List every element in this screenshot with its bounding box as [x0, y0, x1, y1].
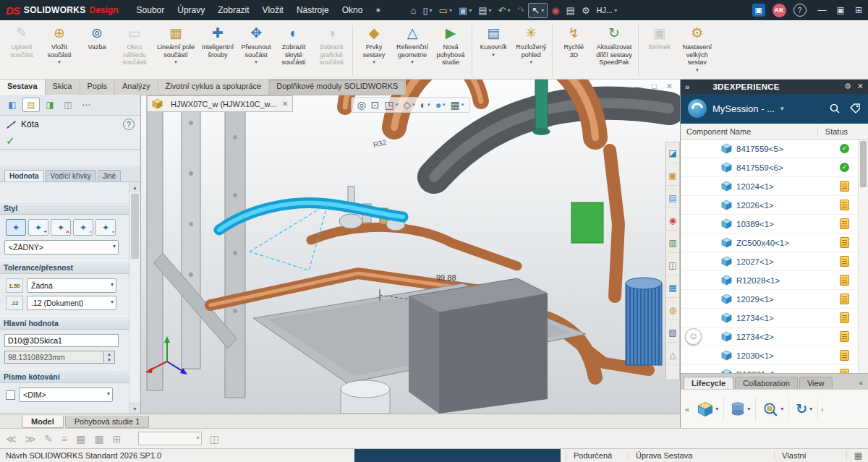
column-status[interactable]: Status: [817, 127, 848, 136]
spinner-arrows[interactable]: ▲▼: [104, 351, 115, 364]
menu-item[interactable]: Soubor: [130, 2, 171, 18]
tag-icon[interactable]: [849, 103, 861, 114]
component-row[interactable]: ☺ 12734<2>: [681, 328, 868, 346]
pm-tab[interactable]: Vodící křivky: [46, 170, 96, 181]
hud-button[interactable]: ◇ ▾: [403, 99, 414, 111]
components-action-button[interactable]: ▾: [692, 397, 724, 422]
task-pane-tab-icon[interactable]: ◍: [667, 301, 678, 320]
document-font-checkbox[interactable]: [6, 390, 15, 400]
ribbon-button[interactable]: ✚ Inteligentní šrouby: [198, 22, 237, 79]
model-tab[interactable]: Pohybová studie 1: [65, 416, 150, 428]
ribbon-button[interactable]: ✥ Přesunout součást ▾: [237, 22, 275, 79]
precision-dropdown[interactable]: .12 (Dokument): [27, 296, 116, 310]
tolerance-type-dropdown[interactable]: Žádná: [27, 278, 116, 293]
3dexperience-apps-icon[interactable]: ▣: [752, 4, 765, 17]
window-control-icon[interactable]: —: [818, 5, 827, 15]
user-avatar[interactable]: AK: [773, 4, 786, 17]
doc-window-control[interactable]: —: [634, 82, 642, 91]
sync-action-button[interactable]: ↻ ▾: [791, 398, 818, 421]
chevron-down-icon[interactable]: ▾: [780, 105, 784, 112]
document-close-icon[interactable]: ✕: [282, 100, 288, 108]
command-tab[interactable]: Skica: [46, 80, 80, 95]
manager-tab-icon[interactable]: ◨: [42, 98, 58, 111]
motion-tool-icon[interactable]: ▩: [94, 433, 103, 445]
ribbon-button[interactable]: ⊕ Vložit součásti ▾: [41, 22, 78, 79]
component-row[interactable]: 12029<1>: [681, 290, 868, 309]
search-action-button[interactable]: ▾: [757, 397, 789, 422]
3ds-compass-icon[interactable]: [688, 99, 707, 118]
task-pane-tab-icon[interactable]: ◉: [667, 211, 678, 231]
component-row[interactable]: 8417559<6> ✓: [681, 158, 868, 177]
manager-tab-icon[interactable]: ◧: [4, 98, 20, 111]
ribbon-button[interactable]: ◑ Zobrazit grafické součásti: [312, 22, 350, 79]
dimension-value-field[interactable]: [4, 351, 104, 364]
window-control-icon[interactable]: ⊞: [855, 5, 862, 15]
quick-access-button[interactable]: ↷: [514, 4, 527, 17]
doc-window-control[interactable]: ✕: [666, 82, 673, 91]
tabs-overflow-icon[interactable]: «: [859, 379, 865, 389]
mysession-label[interactable]: MySession - ...: [712, 103, 775, 114]
ribbon-button[interactable]: ◆ Prvky sestavy ▾: [355, 22, 393, 79]
task-pane-tab-icon[interactable]: ▦: [667, 278, 678, 298]
section-header-style[interactable]: Styl ∧: [0, 201, 136, 215]
menu-item[interactable]: Úpravy: [171, 2, 211, 18]
hud-button[interactable]: ⊡: [371, 99, 380, 111]
column-component-name[interactable]: Component Name: [686, 127, 751, 136]
quick-access-button[interactable]: ▤: [563, 4, 578, 17]
gear-icon[interactable]: ⚙: [844, 82, 851, 91]
style-dropdown[interactable]: <ŽÁDNÝ>: [4, 240, 119, 254]
component-row[interactable]: 12027<1>: [681, 252, 868, 271]
ribbon-button[interactable]: [472, 25, 472, 76]
section-header-primary-value[interactable]: Hlavní hodnota ∧: [0, 316, 136, 330]
ribbon-button[interactable]: ▣ Snímek: [641, 22, 678, 79]
command-tab[interactable]: Životní cyklus a spolupráce: [158, 80, 270, 95]
motion-tool-icon[interactable]: ⊞: [113, 433, 122, 445]
doc-window-control[interactable]: □: [652, 82, 657, 91]
quick-access-button[interactable]: ▤ ▾: [475, 4, 494, 17]
ribbon-button[interactable]: ◐ Zobrazit skryté součásti: [275, 22, 312, 79]
quick-access-button[interactable]: ◉: [548, 4, 562, 17]
manager-tab-icon[interactable]: ⋯: [78, 98, 94, 111]
component-list-scrollbar[interactable]: [858, 140, 868, 373]
database-action-button[interactable]: ▾: [726, 397, 756, 422]
task-pane-tab-icon[interactable]: ▥: [667, 234, 678, 253]
ribbon-button[interactable]: ↯ Rychlé 3D: [555, 22, 592, 79]
dimension-style-button[interactable]: ✦: [6, 219, 26, 236]
quick-access-button[interactable]: ↶ ▾: [495, 4, 514, 17]
toolbar-scroll-left-icon[interactable]: «: [684, 405, 691, 414]
command-tab[interactable]: Popis: [80, 80, 116, 95]
steel-frame[interactable]: [147, 80, 245, 398]
hud-button[interactable]: ● ▾: [435, 99, 446, 111]
toolbar-scroll-right-icon[interactable]: ›: [820, 405, 825, 414]
quick-access-button[interactable]: HJ... ▾: [594, 4, 621, 16]
favorites-icon[interactable]: ✶: [375, 6, 381, 15]
dimension-name-field[interactable]: [4, 334, 119, 347]
quick-access-button[interactable]: ▭ ▾: [436, 4, 455, 17]
component-row[interactable]: 10389<1>: [681, 215, 868, 234]
help-icon[interactable]: ?: [123, 119, 135, 130]
font-dropdown[interactable]: <DIM>: [19, 388, 113, 402]
component-row[interactable]: 12734<1>: [681, 309, 868, 328]
motion-study-combobox[interactable]: [138, 432, 202, 445]
dimension-value-spinner[interactable]: ▲▼: [4, 351, 117, 364]
menu-item[interactable]: Vložit: [256, 2, 290, 18]
quick-access-button[interactable]: ▣ ▾: [456, 4, 475, 17]
motion-tool-icon[interactable]: ≪: [6, 433, 17, 445]
ribbon-button[interactable]: ✎ Upravit součást: [3, 22, 41, 79]
section-header-dimension-font[interactable]: Písmo kótování ∧: [0, 369, 136, 383]
model-tab[interactable]: Model: [22, 416, 64, 428]
panel-tab[interactable]: View: [799, 377, 833, 389]
pm-scrollbar[interactable]: ▲ ▼: [129, 182, 140, 414]
dimension-style-button[interactable]: ✦ ▪: [73, 219, 93, 236]
component-row[interactable]: R12031<1>: [681, 365, 868, 373]
ribbon-button[interactable]: ▶ Nová pohybová studie: [432, 22, 469, 79]
document-tab[interactable]: HJWX07C_w (HJWX10C_w... ✕: [147, 95, 293, 112]
help-icon[interactable]: ?: [793, 4, 807, 17]
task-pane-tab-icon[interactable]: ◫: [667, 256, 678, 275]
hud-button[interactable]: ◐ ▾: [420, 99, 430, 111]
ribbon-button[interactable]: ⚙ Nastavení velkých sestav ▾: [678, 22, 716, 79]
ribbon-button[interactable]: ▭ Okno náhledu součásti: [116, 22, 153, 79]
status-grid-icon[interactable]: ▦: [846, 450, 862, 461]
motion-tool-icon[interactable]: ≡: [61, 433, 67, 445]
command-tab[interactable]: Sestava: [0, 80, 46, 95]
